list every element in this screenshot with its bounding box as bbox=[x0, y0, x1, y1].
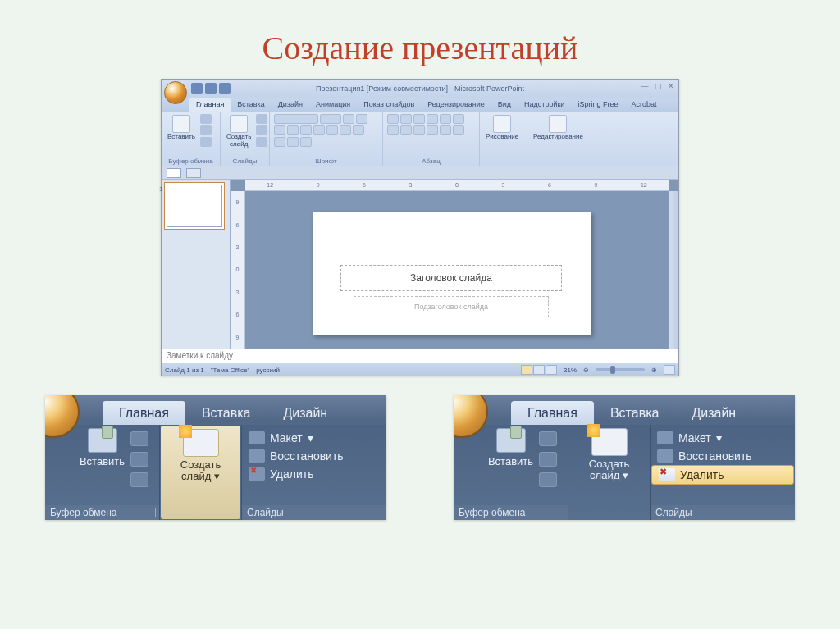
zoom-in-icon[interactable]: ⊕ bbox=[651, 367, 657, 374]
group-clipboard: Вставить Буфер обмена bbox=[45, 425, 160, 520]
font-btn[interactable] bbox=[287, 137, 299, 147]
copy-icon[interactable] bbox=[539, 452, 557, 467]
group-clipboard: Вставить Буфер обмена bbox=[454, 425, 568, 520]
tab-insert[interactable]: Вставка bbox=[185, 401, 267, 425]
tab-slideshow[interactable]: Показ слайдов bbox=[357, 98, 421, 112]
fit-window-icon[interactable] bbox=[664, 365, 675, 375]
undo-icon[interactable] bbox=[205, 83, 217, 94]
font-btn[interactable] bbox=[356, 114, 368, 124]
para-btn[interactable] bbox=[427, 125, 438, 135]
group-slides-label: Слайды bbox=[225, 157, 265, 166]
tab-addins[interactable]: Надстройки bbox=[518, 98, 571, 112]
copy-icon[interactable] bbox=[200, 125, 212, 135]
layout-option[interactable]: Макет ▾ bbox=[651, 429, 795, 447]
para-btn[interactable] bbox=[440, 114, 451, 124]
zoom-slider[interactable] bbox=[596, 368, 645, 371]
new-slide-label-2: слайд bbox=[181, 470, 211, 482]
sorter-view-icon[interactable] bbox=[533, 365, 545, 375]
font-btn[interactable] bbox=[353, 125, 364, 135]
reset-icon[interactable] bbox=[256, 125, 267, 135]
tab-insert[interactable]: Вставка bbox=[231, 98, 271, 112]
tab-design[interactable]: Дизайн bbox=[675, 401, 752, 425]
normal-view-icon[interactable] bbox=[521, 365, 532, 375]
zoom-level[interactable]: 31% bbox=[564, 367, 577, 374]
slideshow-view-icon[interactable] bbox=[546, 365, 557, 375]
font-btn[interactable] bbox=[326, 125, 338, 135]
para-btn[interactable] bbox=[413, 125, 425, 135]
font-btn[interactable] bbox=[320, 114, 341, 124]
para-btn[interactable] bbox=[387, 114, 399, 124]
zoom-out-icon[interactable]: ⊖ bbox=[583, 367, 589, 374]
maximize-icon[interactable]: ▢ bbox=[654, 82, 662, 90]
tab-home[interactable]: Главная bbox=[511, 401, 594, 425]
format-painter-icon[interactable] bbox=[200, 137, 212, 147]
drawing-button[interactable]: Рисование bbox=[484, 114, 520, 142]
status-language[interactable]: русский bbox=[256, 367, 280, 374]
subtitle-placeholder[interactable]: Подзаголовок слайда bbox=[354, 296, 549, 317]
font-btn[interactable] bbox=[274, 114, 318, 124]
office-button[interactable] bbox=[164, 81, 187, 104]
notes-pane[interactable]: Заметки к слайду bbox=[162, 349, 678, 363]
tab-home[interactable]: Главная bbox=[103, 401, 185, 425]
para-btn[interactable] bbox=[427, 114, 438, 124]
cut-icon[interactable] bbox=[539, 431, 557, 446]
font-btn[interactable] bbox=[274, 137, 285, 147]
para-btn[interactable] bbox=[400, 114, 412, 124]
font-btn[interactable] bbox=[300, 137, 312, 147]
tab-design[interactable]: Дизайн bbox=[272, 98, 309, 112]
slide-canvas[interactable]: Заголовок слайда Подзаголовок слайда bbox=[313, 212, 591, 335]
paste-button[interactable]: Вставить bbox=[166, 114, 197, 142]
tab-insert[interactable]: Вставка bbox=[594, 401, 675, 425]
font-btn[interactable] bbox=[274, 125, 285, 135]
font-btn[interactable] bbox=[287, 125, 299, 135]
slides-tab-icon[interactable] bbox=[167, 168, 181, 178]
new-slide-button[interactable]: Создать слайд ▾ bbox=[568, 425, 650, 520]
para-btn[interactable] bbox=[413, 114, 425, 124]
para-btn[interactable] bbox=[453, 114, 464, 124]
format-painter-icon[interactable] bbox=[130, 472, 148, 487]
editing-button[interactable]: Редактирование bbox=[532, 114, 585, 142]
tabs-pane-header bbox=[162, 166, 678, 180]
slide-thumbnail[interactable]: 1 bbox=[167, 185, 222, 227]
close-icon[interactable]: ✕ bbox=[667, 82, 675, 90]
para-btn[interactable] bbox=[453, 125, 464, 135]
delete-option[interactable]: Удалить bbox=[242, 465, 386, 483]
tab-home[interactable]: Главная bbox=[189, 98, 231, 112]
delete-option[interactable]: Удалить bbox=[651, 465, 794, 485]
tab-animation[interactable]: Анимация bbox=[309, 98, 357, 112]
font-btn[interactable] bbox=[343, 114, 354, 124]
title-placeholder[interactable]: Заголовок слайда bbox=[340, 265, 562, 291]
layout-icon bbox=[249, 431, 265, 444]
new-slide-button[interactable]: Создать слайд bbox=[225, 114, 253, 149]
zoom-tabs: Главная Вставка Дизайн bbox=[45, 395, 386, 425]
dialog-launcher-icon[interactable] bbox=[555, 508, 564, 517]
font-btn[interactable] bbox=[313, 125, 325, 135]
vertical-scrollbar[interactable] bbox=[669, 191, 678, 349]
save-icon[interactable] bbox=[191, 83, 203, 94]
new-slide-button[interactable]: Создать слайд ▾ bbox=[161, 426, 240, 519]
para-btn[interactable] bbox=[387, 125, 399, 135]
reset-option[interactable]: Восстановить bbox=[242, 447, 386, 465]
tab-acrobat[interactable]: Acrobat bbox=[624, 98, 663, 112]
redo-icon[interactable] bbox=[219, 83, 231, 94]
outline-tab-icon[interactable] bbox=[186, 168, 201, 178]
para-btn[interactable] bbox=[400, 125, 412, 135]
minimize-icon[interactable]: — bbox=[641, 82, 649, 90]
font-btn[interactable] bbox=[300, 125, 312, 135]
delete-icon[interactable] bbox=[256, 137, 267, 147]
tab-design[interactable]: Дизайн bbox=[267, 401, 344, 425]
tab-review[interactable]: Рецензирование bbox=[421, 98, 491, 112]
cut-icon[interactable] bbox=[130, 431, 148, 446]
layout-icon[interactable] bbox=[256, 114, 267, 124]
cut-icon[interactable] bbox=[200, 114, 212, 124]
layout-option[interactable]: Макет ▾ bbox=[242, 429, 386, 447]
tab-ispring[interactable]: iSpring Free bbox=[571, 98, 624, 112]
reset-option[interactable]: Восстановить bbox=[651, 447, 795, 465]
copy-icon[interactable] bbox=[130, 452, 148, 467]
dialog-launcher-icon[interactable] bbox=[146, 508, 156, 517]
para-btn[interactable] bbox=[440, 125, 451, 135]
tab-view[interactable]: Вид bbox=[491, 98, 518, 112]
font-btn[interactable] bbox=[340, 125, 351, 135]
format-painter-icon[interactable] bbox=[539, 472, 557, 487]
new-slide-label: Создать слайд bbox=[226, 134, 251, 148]
